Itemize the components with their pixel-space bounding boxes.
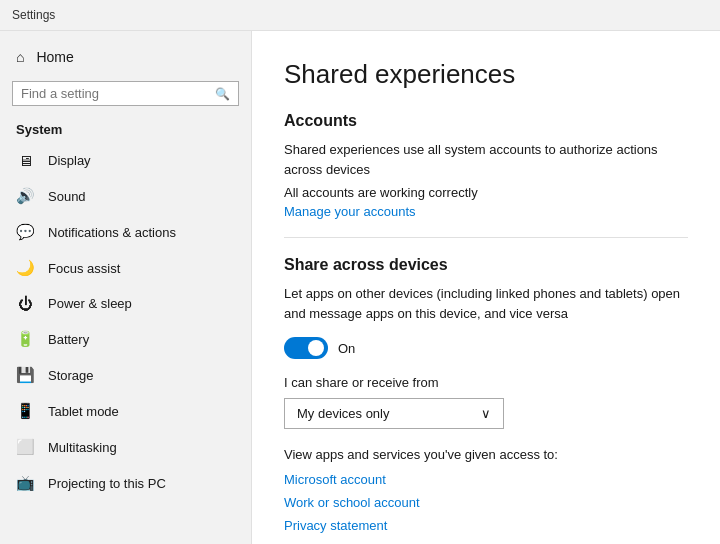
multitasking-icon: ⬜ [16, 438, 34, 456]
share-devices-title: Share across devices [284, 256, 688, 274]
sidebar-item-label: Focus assist [48, 261, 120, 276]
search-icon: 🔍 [215, 87, 230, 101]
battery-icon: 🔋 [16, 330, 34, 348]
sidebar-item-focus[interactable]: 🌙 Focus assist [0, 250, 251, 286]
microsoft-account-link[interactable]: Microsoft account [284, 472, 386, 487]
sound-icon: 🔊 [16, 187, 34, 205]
sidebar-item-label: Projecting to this PC [48, 476, 166, 491]
sidebar-item-display[interactable]: 🖥 Display [0, 143, 251, 178]
main-layout: ⌂ Home 🔍 System 🖥 Display 🔊 Sound 💬 Noti… [0, 31, 720, 544]
sidebar-item-storage[interactable]: 💾 Storage [0, 357, 251, 393]
sidebar-item-label: Notifications & actions [48, 225, 176, 240]
sidebar-item-tablet[interactable]: 📱 Tablet mode [0, 393, 251, 429]
work-school-link-block: Work or school account [284, 495, 688, 510]
toggle-row: On [284, 337, 688, 359]
section-divider [284, 237, 688, 238]
microsoft-account-link-block: Microsoft account [284, 472, 688, 487]
toggle-thumb [308, 340, 324, 356]
projecting-icon: 📺 [16, 474, 34, 492]
sidebar-item-multitasking[interactable]: ⬜ Multitasking [0, 429, 251, 465]
devices-dropdown[interactable]: My devices only ∨ [284, 398, 504, 429]
manage-accounts-link[interactable]: Manage your accounts [284, 204, 416, 219]
dropdown-value: My devices only [297, 406, 389, 421]
sidebar-item-notifications[interactable]: 💬 Notifications & actions [0, 214, 251, 250]
share-toggle[interactable] [284, 337, 328, 359]
sidebar-item-label: Storage [48, 368, 94, 383]
storage-icon: 💾 [16, 366, 34, 384]
sidebar-system-label: System [0, 116, 251, 143]
notifications-icon: 💬 [16, 223, 34, 241]
accounts-section-title: Accounts [284, 112, 688, 130]
privacy-statement-link[interactable]: Privacy statement [284, 518, 387, 533]
sidebar-item-label: Display [48, 153, 91, 168]
share-devices-description: Let apps on other devices (including lin… [284, 284, 688, 323]
search-box[interactable]: 🔍 [12, 81, 239, 106]
accounts-section: Accounts Shared experiences use all syst… [284, 112, 688, 219]
work-school-link[interactable]: Work or school account [284, 495, 420, 510]
view-apps-text: View apps and services you've given acce… [284, 447, 688, 462]
sidebar-item-label: Power & sleep [48, 296, 132, 311]
chevron-down-icon: ∨ [481, 406, 491, 421]
sidebar-item-label: Multitasking [48, 440, 117, 455]
search-input[interactable] [21, 86, 215, 101]
sidebar-item-battery[interactable]: 🔋 Battery [0, 321, 251, 357]
accounts-status: All accounts are working correctly [284, 185, 688, 200]
sidebar-item-sound[interactable]: 🔊 Sound [0, 178, 251, 214]
sidebar-item-home[interactable]: ⌂ Home [0, 39, 251, 75]
display-icon: 🖥 [16, 152, 34, 169]
accounts-description: Shared experiences use all system accoun… [284, 140, 688, 179]
sidebar-item-label: Battery [48, 332, 89, 347]
home-icon: ⌂ [16, 49, 24, 65]
dropdown-label: I can share or receive from [284, 375, 688, 390]
focus-icon: 🌙 [16, 259, 34, 277]
sidebar-item-power[interactable]: ⏻ Power & sleep [0, 286, 251, 321]
sidebar-item-label: Tablet mode [48, 404, 119, 419]
sidebar: ⌂ Home 🔍 System 🖥 Display 🔊 Sound 💬 Noti… [0, 31, 252, 544]
sidebar-home-label: Home [36, 49, 73, 65]
tablet-icon: 📱 [16, 402, 34, 420]
page-title: Shared experiences [284, 59, 688, 90]
main-content: Shared experiences Accounts Shared exper… [252, 31, 720, 544]
title-bar-label: Settings [12, 8, 55, 22]
privacy-link-block: Privacy statement [284, 518, 688, 533]
sidebar-item-label: Sound [48, 189, 86, 204]
share-devices-section: Share across devices Let apps on other d… [284, 256, 688, 533]
power-icon: ⏻ [16, 295, 34, 312]
title-bar: Settings [0, 0, 720, 31]
toggle-label: On [338, 341, 355, 356]
sidebar-item-projecting[interactable]: 📺 Projecting to this PC [0, 465, 251, 501]
